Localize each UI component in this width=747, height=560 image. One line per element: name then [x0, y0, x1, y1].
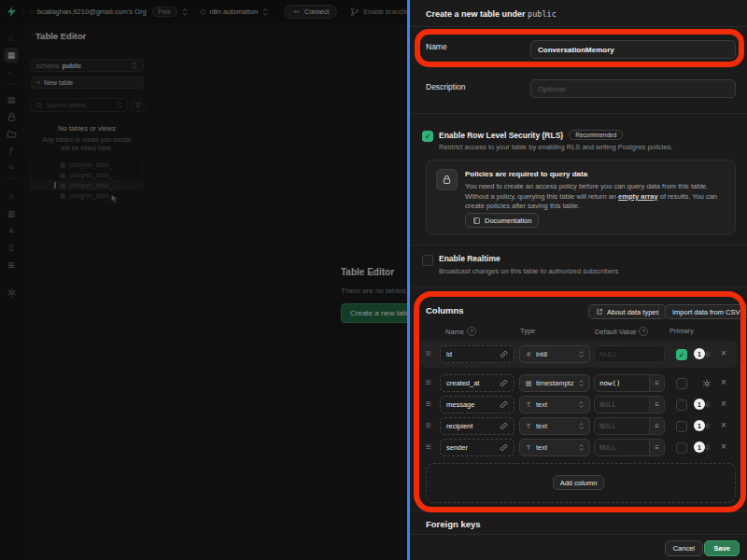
- column-name-field[interactable]: [440, 345, 514, 363]
- help-glyph: ?: [642, 329, 645, 334]
- column-type-select[interactable]: T text: [519, 439, 590, 456]
- drag-handle-icon[interactable]: ≡: [426, 441, 431, 452]
- filter-tables-button[interactable]: [132, 98, 145, 112]
- drag-handle-icon[interactable]: ≡: [426, 377, 431, 387]
- default-value-menu-button[interactable]: ≡: [649, 397, 664, 413]
- foreign-key-link-icon[interactable]: [500, 400, 508, 409]
- remove-column-button[interactable]: ×: [721, 420, 726, 431]
- drag-handle-icon[interactable]: ≡: [426, 420, 431, 430]
- cancel-button[interactable]: Cancel: [665, 540, 703, 556]
- foreign-key-link-icon[interactable]: [500, 422, 508, 430]
- rls-checkbox[interactable]: ✓: [422, 131, 433, 142]
- sql-editor-icon[interactable]: >_: [4, 64, 19, 79]
- breadcrumb-org[interactable]: bcallaghan.9210@gmail.com's Org: [37, 7, 147, 16]
- column-default-input[interactable]: [595, 418, 649, 434]
- sidebar-empty-line2: will be listed here.: [61, 145, 113, 151]
- external-link-icon: [596, 308, 603, 315]
- foreign-key-link-icon[interactable]: [500, 443, 508, 452]
- logs-icon[interactable]: ≡: [4, 223, 19, 238]
- column-settings[interactable]: 1: [693, 399, 712, 411]
- primary-key-checkbox[interactable]: [676, 421, 687, 432]
- supabase-logo-icon[interactable]: [6, 6, 18, 18]
- storage-folder-icon[interactable]: [4, 126, 19, 141]
- list-item[interactable]: ▦postgres_table_…: [32, 170, 143, 180]
- realtime-label: Enable Realtime: [439, 254, 500, 263]
- import-csv-button[interactable]: Import data from CSV: [665, 304, 747, 319]
- list-item-highlighted[interactable]: ▦postgres_table_…: [32, 180, 143, 190]
- column-settings[interactable]: 1: [693, 420, 712, 432]
- project-switcher-chevron-icon[interactable]: [261, 7, 269, 16]
- drag-handle-icon[interactable]: ≡: [426, 348, 431, 358]
- name-input[interactable]: [530, 40, 736, 59]
- column-default-field[interactable]: ≡: [594, 439, 665, 456]
- primary-key-checkbox[interactable]: [676, 442, 687, 454]
- column-default-input[interactable]: [595, 397, 649, 413]
- help-icon[interactable]: ?: [467, 327, 476, 336]
- primary-key-checkbox[interactable]: [676, 399, 687, 411]
- realtime-checkbox[interactable]: [422, 255, 433, 266]
- auth-lock-icon[interactable]: [4, 109, 19, 124]
- settings-gear-icon[interactable]: [4, 285, 19, 300]
- default-value-menu-button[interactable]: ≡: [649, 375, 664, 391]
- gear-icon[interactable]: [702, 379, 712, 388]
- book-icon: [472, 217, 481, 225]
- search-tables-input[interactable]: Search tables...: [31, 98, 128, 112]
- description-input[interactable]: [530, 79, 736, 98]
- database-icon[interactable]: ▤: [4, 92, 19, 107]
- remove-column-button[interactable]: ×: [721, 399, 726, 410]
- primary-key-checkbox[interactable]: [676, 378, 687, 389]
- documentation-button[interactable]: Documentation: [465, 213, 539, 228]
- column-name-input[interactable]: [441, 379, 499, 387]
- column-name-field[interactable]: [440, 439, 514, 456]
- api-docs-icon[interactable]: ▯: [4, 240, 19, 255]
- default-value-menu-button[interactable]: ≡: [649, 418, 664, 434]
- add-column-button[interactable]: Add column: [553, 475, 605, 490]
- remove-column-button[interactable]: ×: [721, 441, 726, 453]
- breadcrumb-project[interactable]: n8n automation: [209, 7, 258, 16]
- advisors-bulb-icon[interactable]: ☼: [4, 189, 19, 203]
- save-button[interactable]: Save: [704, 540, 740, 556]
- column-type-select[interactable]: ▦ timestamptz: [519, 374, 590, 392]
- column-type-select[interactable]: T text: [519, 417, 590, 435]
- reports-icon[interactable]: ▥: [4, 206, 19, 221]
- column-type-select[interactable]: T text: [519, 396, 590, 413]
- new-table-button[interactable]: + New table: [31, 77, 144, 89]
- column-default-input[interactable]: [595, 375, 649, 391]
- org-switcher-chevron-icon[interactable]: [181, 7, 189, 16]
- list-item[interactable]: ▦postgres_table_…: [32, 160, 143, 170]
- column-name-input[interactable]: [441, 400, 499, 409]
- column-name-field[interactable]: [440, 417, 514, 435]
- about-data-types-button[interactable]: About data types: [588, 304, 667, 319]
- remove-column-button[interactable]: ×: [721, 377, 726, 388]
- column-settings[interactable]: 1: [693, 441, 712, 454]
- column-default-input[interactable]: [595, 440, 649, 455]
- column-name-field[interactable]: [440, 396, 514, 413]
- primary-key-checkbox[interactable]: ✓: [676, 349, 687, 360]
- edge-functions-icon[interactable]: ƒ: [4, 143, 19, 158]
- column-name-input[interactable]: [441, 350, 499, 358]
- drag-handle-icon[interactable]: ≡: [426, 399, 431, 409]
- schema-select[interactable]: schema public: [31, 59, 144, 72]
- policies-body-emphasis[interactable]: empty array: [618, 192, 658, 201]
- table-editor-icon[interactable]: ▦: [4, 48, 19, 63]
- list-item[interactable]: ▦postgres_table_…: [32, 190, 143, 201]
- column-default-field[interactable]: ≡: [594, 396, 665, 413]
- column-settings[interactable]: 1: [693, 348, 712, 360]
- integrations-icon[interactable]: ⊞: [4, 258, 19, 273]
- column-name-input[interactable]: [441, 443, 499, 452]
- foreign-key-link-icon[interactable]: [500, 350, 508, 358]
- foreign-key-link-icon[interactable]: [500, 379, 508, 387]
- realtime-icon[interactable]: ≈: [4, 160, 19, 175]
- column-name-field[interactable]: [440, 374, 514, 392]
- column-name-input[interactable]: [441, 422, 499, 430]
- rls-label-text: Enable Row Level Security (RLS): [439, 131, 563, 140]
- default-value-menu-button[interactable]: ≡: [649, 440, 664, 455]
- column-default-field[interactable]: ≡: [594, 417, 665, 435]
- home-icon[interactable]: ⌂: [4, 31, 19, 46]
- column-settings[interactable]: [693, 377, 712, 389]
- help-icon[interactable]: ?: [639, 327, 648, 336]
- column-type-select[interactable]: # int8: [519, 345, 590, 363]
- column-default-field[interactable]: ≡: [594, 374, 665, 392]
- connect-button[interactable]: Connect: [284, 5, 337, 19]
- remove-column-button[interactable]: ×: [721, 348, 726, 359]
